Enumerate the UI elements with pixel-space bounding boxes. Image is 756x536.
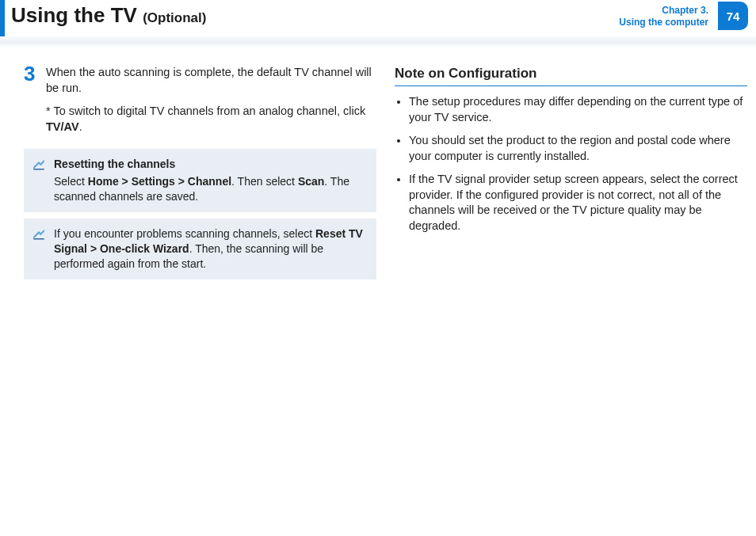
nb1-b: Home > Settings > Channel (88, 175, 231, 188)
right-column: Note on Configuration The setup procedur… (395, 65, 747, 241)
bullet-list: The setup procedures may differ dependin… (395, 94, 747, 234)
list-item: The setup procedures may differ dependin… (409, 94, 747, 125)
chapter-line2: Using the computer (619, 17, 708, 29)
left-column: 3 When the auto scanning is complete, th… (24, 65, 376, 286)
step-3: 3 When the auto scanning is complete, th… (24, 65, 376, 143)
step-note-bold: TV/AV (46, 120, 79, 133)
chapter-line1: Chapter 3. (619, 5, 708, 17)
page-title: Using the TV (Optional) (11, 3, 206, 28)
header-accent-bar (0, 0, 5, 36)
note-box-1-title: Resetting the channels (54, 157, 367, 172)
page-title-main: Using the TV (11, 3, 137, 27)
note-icon (32, 226, 46, 241)
nb1-c: . Then select (231, 175, 298, 188)
step-number: 3 (24, 63, 46, 143)
section-rule (395, 86, 747, 86)
list-item: You should set the product to the region… (409, 133, 747, 164)
nb2-a: If you encounter problems scanning chann… (54, 227, 315, 240)
step-note-prefix: * To switch to digital TV channels from … (46, 105, 365, 117)
chapter-label: Chapter 3. Using the computer (619, 5, 708, 29)
note-icon (32, 157, 46, 171)
nb1-d: Scan (298, 175, 324, 188)
header-divider (0, 36, 756, 48)
step-note-suffix: . (79, 120, 82, 133)
note-box-2-body: If you encounter problems scanning chann… (54, 226, 367, 272)
note-box-reset-signal: If you encounter problems scanning chann… (24, 219, 376, 279)
note-box-1-body: Select Home > Settings > Channel. Then s… (54, 174, 367, 204)
page-number-badge: 74 (718, 2, 748, 30)
page-title-sub: (Optional) (143, 10, 206, 25)
list-item: If the TV signal provider setup screen a… (409, 172, 747, 234)
step-body: When the auto scanning is complete, the … (46, 65, 376, 143)
page-number: 74 (727, 10, 740, 23)
step-text-1: When the auto scanning is complete, the … (46, 65, 376, 96)
section-title: Note on Configuration (395, 65, 747, 83)
note-box-reset-channels: Resetting the channels Select Home > Set… (24, 149, 376, 212)
step-text-2: * To switch to digital TV channels from … (46, 104, 376, 135)
nb1-a: Select (54, 175, 88, 188)
